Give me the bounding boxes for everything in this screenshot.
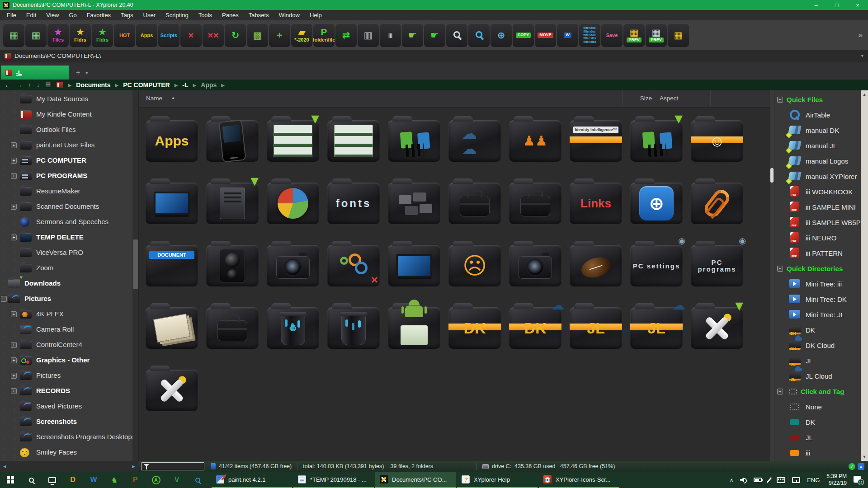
address-dropdown-icon[interactable]: ▾ <box>861 53 863 59</box>
apps-folder-button[interactable]: Apps <box>136 23 157 47</box>
tree-horizontal-scrollbar[interactable]: ◄ ► <box>0 461 138 472</box>
app-green-a-icon[interactable]: A <box>146 472 166 488</box>
tree-item-graphics-other[interactable]: +Graphics - Other <box>0 353 132 368</box>
minimize-button[interactable]: – <box>806 0 826 10</box>
taskbar-button-xyplorer-help[interactable]: XYplorer Help <box>457 472 538 488</box>
file-dslr-camera[interactable] <box>263 235 323 297</box>
menu-file[interactable]: File <box>2 12 21 19</box>
quick-item-dk[interactable]: DK <box>774 322 861 338</box>
expander-icon[interactable]: + <box>11 342 17 348</box>
file-laptop-2in1[interactable] <box>142 173 202 235</box>
delete-folders-button[interactable]: ×× <box>203 23 224 47</box>
app-green-v-icon[interactable]: V <box>166 472 187 488</box>
quick-item-jl[interactable]: JL <box>774 353 861 368</box>
crumb-documents[interactable]: Documents <box>76 81 110 89</box>
file-fonts[interactable]: fonts <box>323 173 384 235</box>
refresh-folder-button[interactable]: ↻ <box>225 23 246 47</box>
app-orange-d-icon[interactable]: D <box>62 472 83 488</box>
file-nas-new[interactable]: ▼ <box>202 173 263 235</box>
scroll-right-icon[interactable]: ► <box>131 464 136 469</box>
quick-item-iii-workbook[interactable]: iii WORKBOOK <box>774 184 861 199</box>
quick-item-iii-neuro[interactable]: iii NEURO <box>774 230 861 245</box>
column-divider[interactable] <box>710 90 711 107</box>
forward-icon[interactable]: → <box>16 82 23 88</box>
hand-click-button[interactable]: ☛ <box>402 23 423 47</box>
tree-item-pc-programs[interactable]: +PC PROGRAMS <box>0 169 132 184</box>
quick-item-dk-cloud[interactable]: DK Cloud <box>774 338 861 353</box>
find-button[interactable] <box>468 23 490 47</box>
file-football[interactable] <box>566 235 626 297</box>
file-links[interactable]: Links <box>566 173 626 235</box>
file-team-puzzle[interactable] <box>384 110 444 173</box>
crumb-l[interactable]: -L <box>182 81 188 89</box>
quick-item-airtable[interactable]: AirTable <box>774 107 861 122</box>
collapse-icon[interactable]: − <box>777 389 783 394</box>
crumb-pc-computer[interactable]: PC COMPUTER <box>123 81 170 89</box>
quick-item-jl-cloud[interactable]: JL Cloud <box>774 368 861 384</box>
column-divider[interactable] <box>655 90 655 107</box>
panel-section-quick-directories[interactable]: −Quick Directories <box>774 261 861 276</box>
menu-go[interactable]: Go <box>64 12 81 19</box>
tree-item-resumemaker[interactable]: ResumeMaker <box>0 184 132 199</box>
file-recycle-bin[interactable]: ♻ <box>263 297 323 360</box>
word-icon[interactable]: W <box>83 472 104 488</box>
file-briefcase[interactable] <box>444 173 505 235</box>
favorite-folders-green-button[interactable]: ★Fldrs <box>92 23 113 47</box>
target-button[interactable]: ⊕ <box>491 23 512 47</box>
magnifier-app-icon[interactable] <box>187 472 208 488</box>
new-tab-button[interactable]: + <box>76 69 80 77</box>
filter-files-button[interactable]: filter.doc filter.doc filter.doc filter.… <box>579 23 600 47</box>
expander-icon[interactable]: + <box>11 388 17 394</box>
file-speakers[interactable] <box>202 235 263 297</box>
green-poodle-app-icon[interactable]: ♞ <box>104 472 125 488</box>
menu-user[interactable]: User <box>138 12 160 19</box>
language-indicator[interactable]: ENG <box>807 477 820 483</box>
favorite-files-button[interactable]: ★Files <box>47 23 69 47</box>
tree-item-screenshots-programs-desktops[interactable]: Screenshots Programs Desktops <box>0 430 132 445</box>
scroll-up-icon[interactable]: ▲ <box>863 90 867 99</box>
tree-item-pictures[interactable]: +Pictures <box>0 368 132 384</box>
toolbar-overflow-chevron[interactable]: » <box>859 31 863 40</box>
column-header-aspect[interactable]: Aspect <box>660 95 678 102</box>
search-icon[interactable] <box>21 472 42 488</box>
menu-scripting[interactable]: Scripting <box>160 12 193 19</box>
tree-item-viceversa-pro[interactable]: ViceVersa PRO <box>0 245 132 261</box>
up-icon[interactable]: ↑ <box>28 82 31 88</box>
touchpad-icon[interactable] <box>792 477 800 483</box>
collapse-icon[interactable]: − <box>777 97 783 103</box>
tree-item-outlook-files[interactable]: Outlook Files <box>0 122 132 138</box>
menu-favorites[interactable]: Favorites <box>82 12 116 19</box>
expander-icon[interactable]: + <box>11 235 17 240</box>
quick-item-manual-jl[interactable]: manual JL <box>774 138 861 153</box>
tree-item-pc-computer[interactable]: +PC COMPUTER <box>0 153 132 169</box>
crumb-current-apps[interactable]: Apps <box>201 81 217 89</box>
menu-help[interactable]: Help <box>305 12 327 19</box>
pen-icon[interactable] <box>767 477 772 483</box>
file-documents[interactable]: DOCUMENT <box>142 235 202 297</box>
file-xyplorer[interactable] <box>142 360 202 422</box>
file-jl[interactable]: JL <box>566 297 626 360</box>
quick-item-iii[interactable]: iii <box>774 445 861 460</box>
quick-item-mini-tree-iii[interactable]: Mini Tree: iii <box>774 276 861 291</box>
folder-tree[interactable]: My Data SourcesMy Kindle ContentOutlook … <box>0 90 132 461</box>
scroll-down-icon[interactable]: ▼ <box>863 453 867 461</box>
upload-status-icon[interactable]: ▲ <box>858 463 864 470</box>
panes-grid-alt-button[interactable]: ▦ <box>25 23 47 47</box>
file-graphics-tools[interactable]: × <box>323 235 384 297</box>
file-xyplorer-new[interactable]: ▼ <box>687 297 747 360</box>
file-camera-bag[interactable] <box>202 297 263 360</box>
tree-scrollbar-thumb[interactable] <box>133 239 138 289</box>
tree-item-downloads[interactable]: Downloads <box>0 276 132 291</box>
tree-item-saved-pictures[interactable]: Saved Pictures <box>0 399 132 414</box>
expander-icon[interactable]: + <box>11 311 17 317</box>
tray-chevron-icon[interactable]: ∧ <box>730 477 733 483</box>
address-value[interactable]: Documents\PC COMPUTER\-L\ <box>14 52 101 59</box>
expander-icon[interactable]: + <box>11 158 17 164</box>
quick-item-iii-sample-mini[interactable]: iii SAMPLE MINI <box>774 199 861 215</box>
file-media-players-new[interactable]: ▼ <box>263 110 323 173</box>
file-apps[interactable]: Apps <box>142 110 202 173</box>
tree-item-camera-roll[interactable]: Camera Roll <box>0 322 132 338</box>
taskbar-button-xyplorer-icons-scr[interactable]: XYPlorer-Icons-Scr... <box>539 472 619 488</box>
quick-item-manual-xyplorer[interactable]: manual XYPlorer <box>774 169 861 184</box>
list-scrollbar-thumb[interactable] <box>770 168 774 183</box>
